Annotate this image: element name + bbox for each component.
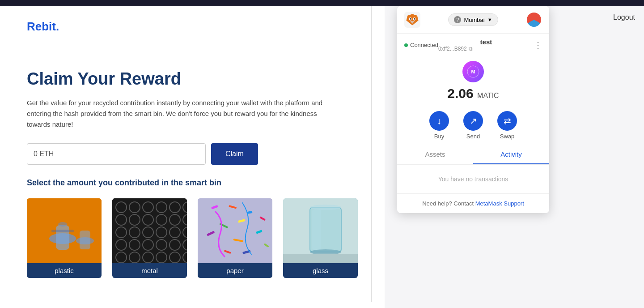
svg-rect-7 [112, 198, 187, 263]
logo: Rebit. [27, 20, 358, 34]
svg-point-65 [410, 18, 411, 20]
svg-point-55 [310, 249, 341, 255]
svg-rect-53 [312, 210, 321, 250]
balance-section: M 2.06 MATIC [397, 56, 549, 106]
network-chevron-icon: ▼ [487, 17, 492, 22]
metamask-popup: ? Mumbai ▼ Connected test 0xff2...B892 ⧉… [397, 6, 549, 213]
glass-image [283, 198, 358, 263]
token-icon: M [462, 61, 484, 82]
connection-status: Connected [404, 42, 438, 48]
svg-text:M: M [471, 69, 475, 74]
material-card-paper[interactable]: paper [198, 198, 272, 278]
send-label: Send [466, 133, 480, 140]
footer-text: Need help? Contact [422, 200, 475, 207]
swap-action[interactable]: ⇄ Swap [497, 111, 517, 140]
account-avatar[interactable] [526, 12, 542, 28]
mm-footer: Need help? Contact MetaMask Support [397, 193, 549, 213]
svg-point-54 [310, 205, 341, 210]
buy-label: Buy [434, 133, 444, 140]
network-selector[interactable]: ? Mumbai ▼ [448, 13, 498, 26]
activity-content: You have no transactions [397, 165, 549, 193]
balance-currency: MATIC [477, 92, 499, 99]
logout-button[interactable]: Logout [613, 13, 635, 21]
mm-account-bar: Connected test 0xff2...B892 ⧉ ⋮ [397, 34, 549, 56]
network-help-icon: ? [454, 16, 461, 23]
swap-icon: ⇄ [497, 111, 517, 131]
svg-point-3 [58, 222, 67, 227]
claim-description: Get the value for your recycled contribu… [27, 98, 331, 130]
svg-rect-4 [51, 230, 74, 232]
account-address: 0xff2...B892 ⧉ [438, 46, 534, 52]
metal-image [112, 198, 187, 263]
material-card-metal[interactable]: metal [112, 198, 187, 278]
claim-button[interactable]: Claim [211, 143, 258, 165]
main-content: Rebit. Claim Your Reward Get the value f… [0, 6, 385, 308]
matic-icon: M [467, 65, 479, 78]
material-card-plastic[interactable]: plastic [27, 198, 102, 278]
material-grid: plastic metal [27, 198, 358, 278]
wallet-actions: ↓ Buy ↗ Send ⇄ Swap [397, 106, 549, 145]
account-info: test 0xff2...B892 ⧉ [438, 38, 534, 52]
top-bar [0, 0, 644, 6]
connected-dot [404, 43, 408, 47]
metamask-fox-icon [404, 12, 420, 28]
send-icon: ↗ [463, 111, 483, 131]
send-action[interactable]: ↗ Send [463, 111, 483, 140]
svg-rect-56 [283, 254, 358, 263]
mm-header: ? Mumbai ▼ [397, 6, 549, 34]
select-label: Select the amount you contributed in the… [27, 178, 358, 188]
divider [371, 6, 372, 302]
more-options-icon[interactable]: ⋮ [534, 40, 542, 50]
claim-input-row: Claim [27, 143, 358, 165]
logo-dot: . [56, 20, 59, 33]
copy-icon[interactable]: ⧉ [469, 46, 473, 52]
buy-action[interactable]: ↓ Buy [429, 111, 449, 140]
tab-assets[interactable]: Assets [397, 145, 473, 164]
hash-input[interactable] [27, 143, 206, 165]
plastic-label: plastic [27, 263, 102, 278]
balance-amount: 2.06 [447, 86, 473, 101]
network-name: Mumbai [464, 17, 484, 23]
material-card-glass[interactable]: glass [283, 198, 358, 278]
svg-rect-6 [80, 231, 90, 249]
paper-image [198, 198, 272, 263]
account-name: test [438, 38, 534, 46]
svg-point-66 [414, 18, 415, 20]
metal-label: metal [112, 263, 187, 278]
wallet-tabs: Assets Activity [397, 145, 549, 165]
tab-activity[interactable]: Activity [473, 145, 549, 164]
no-transactions-text: You have no transactions [438, 175, 508, 183]
logo-text: Rebit [27, 20, 56, 33]
claim-title: Claim Your Reward [27, 69, 358, 89]
metamask-support-link[interactable]: MetaMask Support [475, 200, 524, 207]
swap-label: Swap [500, 133, 515, 140]
buy-icon: ↓ [429, 111, 449, 131]
paper-label: paper [198, 263, 272, 278]
glass-label: glass [283, 263, 358, 278]
svg-rect-2 [56, 225, 69, 250]
balance-display: 2.06 MATIC [397, 86, 549, 101]
plastic-image [27, 198, 102, 263]
connected-label: Connected [410, 42, 438, 48]
